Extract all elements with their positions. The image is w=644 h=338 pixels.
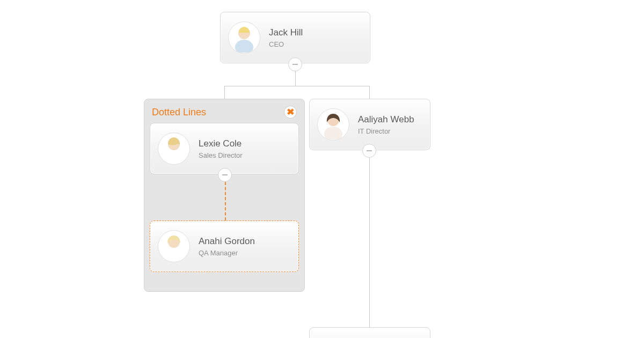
connector-dotted <box>225 182 226 221</box>
org-chart-canvas: Jack Hill CEO Dotted Lines ✖ Lexie Cole … <box>0 0 644 338</box>
connector <box>369 86 370 99</box>
node-name: Jack Hill <box>269 27 303 39</box>
panel-title: Dotted Lines <box>152 107 206 118</box>
collapse-toggle[interactable] <box>218 168 232 182</box>
dotted-lines-panel: Dotted Lines ✖ Lexie Cole Sales Director <box>144 99 305 292</box>
node-info: Aaliyah Webb IT Director <box>358 114 414 135</box>
connector <box>224 86 369 86</box>
avatar <box>158 230 190 262</box>
org-node-truncated[interactable] <box>309 327 430 338</box>
org-node-sales-director[interactable]: Lexie Cole Sales Director <box>150 123 299 174</box>
org-node-it-director[interactable]: Aaliyah Webb IT Director <box>309 99 430 150</box>
collapse-toggle[interactable] <box>288 57 302 71</box>
node-info: Lexie Cole Sales Director <box>199 138 243 159</box>
node-info: Anahi Gordon QA Manager <box>199 236 255 256</box>
panel-body: Lexie Cole Sales Director Anahi Gordon Q… <box>150 123 299 272</box>
node-title: QA Manager <box>199 249 255 257</box>
node-title: CEO <box>269 40 303 48</box>
node-title: IT Director <box>358 127 414 135</box>
node-name: Aaliyah Webb <box>358 114 414 126</box>
panel-header: Dotted Lines ✖ <box>150 106 299 123</box>
org-node-qa-manager[interactable]: Anahi Gordon QA Manager <box>150 221 299 272</box>
node-info: Jack Hill CEO <box>269 27 303 48</box>
connector <box>369 157 370 338</box>
collapse-toggle[interactable] <box>362 144 376 158</box>
close-icon[interactable]: ✖ <box>284 106 297 119</box>
avatar <box>158 133 190 165</box>
connector <box>224 86 225 99</box>
node-title: Sales Director <box>199 151 243 159</box>
node-name: Anahi Gordon <box>199 236 255 247</box>
org-node-ceo[interactable]: Jack Hill CEO <box>220 12 370 63</box>
node-name: Lexie Cole <box>199 138 243 150</box>
connector <box>295 71 296 86</box>
avatar <box>317 108 349 141</box>
avatar <box>228 21 260 54</box>
